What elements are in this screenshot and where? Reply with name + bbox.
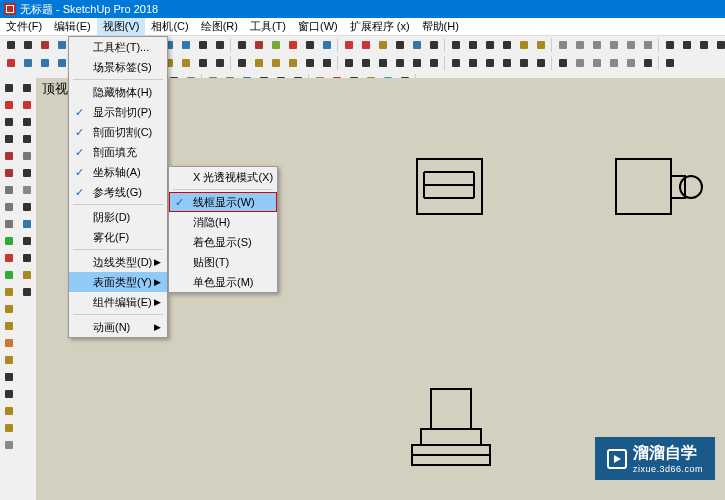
toolbar-icon[interactable]	[19, 80, 35, 96]
toolbar-icon[interactable]	[1, 437, 17, 453]
toolbar-icon[interactable]	[178, 55, 194, 71]
toolbar-icon[interactable]	[341, 55, 357, 71]
toolbar-icon[interactable]	[623, 37, 639, 53]
toolbar-icon[interactable]	[1, 420, 17, 436]
toolbar-icon[interactable]	[19, 165, 35, 181]
toolbar-icon[interactable]	[20, 37, 36, 53]
toolbar-icon[interactable]	[319, 37, 335, 53]
menu-4[interactable]: 绘图(R)	[195, 18, 244, 35]
toolbar-icon[interactable]	[212, 37, 228, 53]
toolbar-icon[interactable]	[392, 37, 408, 53]
toolbar-icon[interactable]	[19, 148, 35, 164]
toolbar-icon[interactable]	[516, 55, 532, 71]
toolbar-icon[interactable]	[499, 55, 515, 71]
menu-8[interactable]: 帮助(H)	[416, 18, 465, 35]
toolbar-icon[interactable]	[640, 37, 656, 53]
toolbar-icon[interactable]	[1, 335, 17, 351]
toolbar-icon[interactable]	[516, 37, 532, 53]
toolbar-icon[interactable]	[533, 37, 549, 53]
submenu-item[interactable]: X 光透视模式(X)	[169, 167, 277, 187]
toolbar-icon[interactable]	[1, 182, 17, 198]
toolbar-icon[interactable]	[1, 352, 17, 368]
menu-6[interactable]: 窗口(W)	[292, 18, 344, 35]
menu-item[interactable]: ✓剖面填充	[69, 142, 167, 162]
toolbar-icon[interactable]	[1, 80, 17, 96]
toolbar-icon[interactable]	[448, 37, 464, 53]
toolbar-icon[interactable]	[572, 55, 588, 71]
toolbar-icon[interactable]	[589, 55, 605, 71]
toolbar-icon[interactable]	[19, 284, 35, 300]
toolbar-icon[interactable]	[1, 97, 17, 113]
toolbar-icon[interactable]	[640, 55, 656, 71]
menu-item[interactable]: ✓剖面切割(C)	[69, 122, 167, 142]
toolbar-icon[interactable]	[195, 55, 211, 71]
menu-7[interactable]: 扩展程序 (x)	[344, 18, 416, 35]
toolbar-icon[interactable]	[268, 37, 284, 53]
toolbar-icon[interactable]	[19, 233, 35, 249]
toolbar-icon[interactable]	[1, 131, 17, 147]
toolbar-icon[interactable]	[341, 37, 357, 53]
toolbar-icon[interactable]	[37, 37, 53, 53]
toolbar-icon[interactable]	[285, 55, 301, 71]
toolbar-icon[interactable]	[212, 55, 228, 71]
toolbar-icon[interactable]	[358, 55, 374, 71]
menu-item[interactable]: 边线类型(D)▶	[69, 252, 167, 272]
toolbar-icon[interactable]	[465, 55, 481, 71]
menu-item[interactable]: 场景标签(S)	[69, 57, 167, 77]
toolbar-icon[interactable]	[1, 250, 17, 266]
menu-5[interactable]: 工具(T)	[244, 18, 292, 35]
toolbar-icon[interactable]	[1, 199, 17, 215]
toolbar-icon[interactable]	[251, 37, 267, 53]
toolbar-icon[interactable]	[319, 55, 335, 71]
toolbar-icon[interactable]	[19, 267, 35, 283]
toolbar-icon[interactable]	[606, 55, 622, 71]
toolbar-icon[interactable]	[713, 37, 726, 53]
submenu-item[interactable]: 着色显示(S)	[169, 232, 277, 252]
toolbar-icon[interactable]	[375, 55, 391, 71]
toolbar-icon[interactable]	[1, 318, 17, 334]
submenu-item[interactable]: ✓线框显示(W)	[169, 192, 277, 212]
toolbar-icon[interactable]	[1, 148, 17, 164]
toolbar-icon[interactable]	[662, 37, 678, 53]
toolbar-icon[interactable]	[3, 55, 19, 71]
menu-item[interactable]: 隐藏物体(H)	[69, 82, 167, 102]
menu-2[interactable]: 视图(V)	[97, 18, 146, 35]
toolbar-icon[interactable]	[268, 55, 284, 71]
toolbar-icon[interactable]	[448, 55, 464, 71]
submenu-item[interactable]: 贴图(T)	[169, 252, 277, 272]
toolbar-icon[interactable]	[465, 37, 481, 53]
toolbar-icon[interactable]	[392, 55, 408, 71]
toolbar-icon[interactable]	[3, 37, 19, 53]
toolbar-icon[interactable]	[679, 37, 695, 53]
toolbar-icon[interactable]	[589, 37, 605, 53]
toolbar-icon[interactable]	[19, 131, 35, 147]
menu-1[interactable]: 编辑(E)	[48, 18, 97, 35]
menu-item[interactable]: 工具栏(T)...	[69, 37, 167, 57]
toolbar-icon[interactable]	[1, 267, 17, 283]
toolbar-icon[interactable]	[19, 182, 35, 198]
submenu-item[interactable]: 消隐(H)	[169, 212, 277, 232]
toolbar-icon[interactable]	[662, 55, 678, 71]
toolbar-icon[interactable]	[195, 37, 211, 53]
toolbar-icon[interactable]	[1, 165, 17, 181]
toolbar-icon[interactable]	[409, 55, 425, 71]
toolbar-icon[interactable]	[555, 55, 571, 71]
menu-item[interactable]: 表面类型(Y)▶	[69, 272, 167, 292]
toolbar-icon[interactable]	[1, 114, 17, 130]
toolbar-icon[interactable]	[19, 199, 35, 215]
toolbar-icon[interactable]	[358, 37, 374, 53]
toolbar-icon[interactable]	[1, 403, 17, 419]
menu-item[interactable]: 组件编辑(E)▶	[69, 292, 167, 312]
menu-item[interactable]: 阴影(D)	[69, 207, 167, 227]
menu-item[interactable]: ✓显示剖切(P)	[69, 102, 167, 122]
menu-item[interactable]: 雾化(F)	[69, 227, 167, 247]
toolbar-icon[interactable]	[1, 301, 17, 317]
toolbar-icon[interactable]	[482, 55, 498, 71]
toolbar-icon[interactable]	[623, 55, 639, 71]
toolbar-icon[interactable]	[37, 55, 53, 71]
toolbar-icon[interactable]	[533, 55, 549, 71]
menu-0[interactable]: 文件(F)	[0, 18, 48, 35]
toolbar-icon[interactable]	[19, 216, 35, 232]
toolbar-icon[interactable]	[499, 37, 515, 53]
toolbar-icon[interactable]	[20, 55, 36, 71]
